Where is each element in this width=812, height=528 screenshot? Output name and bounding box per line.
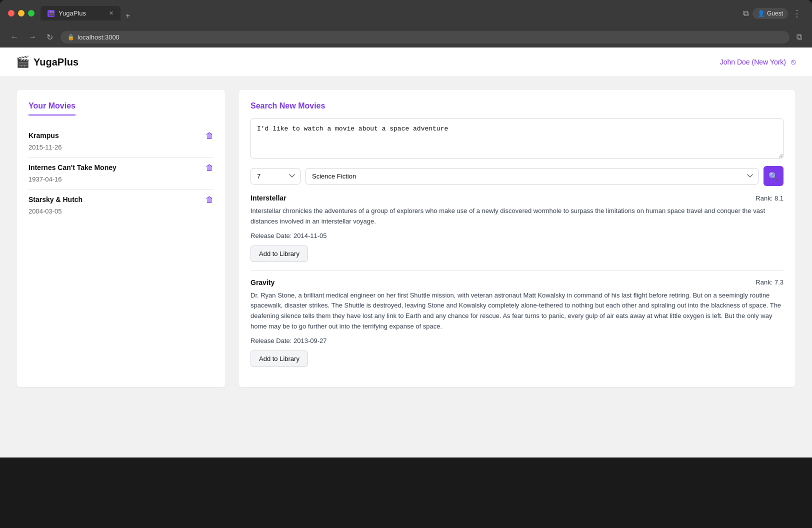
- refresh-button[interactable]: ↻: [44, 32, 56, 43]
- movie-date: 1937-04-16: [28, 176, 214, 183]
- result-description: Interstellar chronicles the adventures o…: [250, 206, 784, 227]
- add-to-library-button[interactable]: Add to Library: [250, 246, 308, 262]
- your-movies-title: Your Movies: [28, 102, 76, 116]
- delete-button[interactable]: 🗑: [206, 132, 214, 140]
- your-movies-panel: Your Movies Krampus 🗑 2015-11-26 Interne…: [16, 89, 226, 388]
- back-button[interactable]: ←: [8, 32, 21, 42]
- movie-title: Internes Can't Take Money: [28, 164, 116, 172]
- result-rank: Rank: 8.1: [756, 194, 784, 202]
- tab-title: YugaPlus: [58, 10, 86, 17]
- number-select[interactable]: 7 5 10 15 20: [250, 168, 300, 184]
- tab-favicon: 🎬: [48, 10, 54, 17]
- movie-date: 2004-03-05: [28, 208, 214, 215]
- app-logo: 🎬 YugaPlus: [16, 56, 78, 68]
- browser-menu-button[interactable]: ⋮: [790, 7, 804, 20]
- minimize-button[interactable]: [18, 10, 24, 16]
- search-button[interactable]: 🔍: [764, 166, 784, 186]
- movie-date: 2015-11-26: [28, 144, 214, 151]
- search-icon: 🔍: [768, 172, 778, 181]
- search-result-gravity: Gravity Rank: 7.3 Dr. Ryan Stone, a bril…: [250, 270, 784, 375]
- movie-title: Starsky & Hutch: [28, 196, 82, 204]
- result-description: Dr. Ryan Stone, a brilliant medical engi…: [250, 290, 784, 332]
- browser-tab[interactable]: 🎬 YugaPlus ✕: [40, 6, 120, 20]
- add-to-library-button[interactable]: Add to Library: [250, 350, 308, 367]
- close-button[interactable]: [8, 10, 14, 16]
- delete-button[interactable]: 🗑: [206, 164, 214, 172]
- forward-button[interactable]: →: [26, 32, 39, 42]
- list-item: Krampus 🗑 2015-11-26: [28, 126, 214, 158]
- search-result-interstellar: Interstellar Rank: 8.1 Interstellar chro…: [250, 186, 784, 270]
- profile-label: Guest: [767, 10, 783, 17]
- logo-text: YugaPlus: [34, 56, 78, 68]
- result-release-date: Release Date: 2013-09-27: [250, 337, 784, 344]
- extensions-button[interactable]: ⧉: [794, 30, 804, 44]
- search-textarea[interactable]: I'd like to watch a movie about a space …: [250, 118, 784, 158]
- result-title: Gravity: [250, 278, 274, 286]
- delete-button[interactable]: 🗑: [206, 196, 214, 204]
- result-rank: Rank: 7.3: [756, 278, 784, 286]
- genre-select[interactable]: Science Fiction Action Comedy Drama Horr…: [306, 168, 758, 184]
- list-item: Starsky & Hutch 🗑 2004-03-05: [28, 190, 214, 221]
- lock-icon: 🔒: [68, 34, 74, 40]
- search-panel-title: Search New Movies: [250, 102, 784, 110]
- url-text: localhost:3000: [78, 34, 120, 41]
- search-movies-panel: Search New Movies I'd like to watch a mo…: [238, 89, 796, 388]
- maximize-button[interactable]: [28, 10, 34, 16]
- profile-button[interactable]: 👤 Guest: [752, 8, 788, 19]
- tab-close-button[interactable]: ✕: [109, 10, 114, 16]
- logout-icon[interactable]: ⎋: [791, 58, 796, 66]
- movie-title: Krampus: [28, 132, 59, 140]
- result-title: Interstellar: [250, 194, 286, 202]
- user-label[interactable]: John Doe (New York): [720, 58, 786, 66]
- logo-icon: 🎬: [16, 56, 30, 68]
- profile-icon: 👤: [758, 10, 765, 17]
- list-item: Internes Can't Take Money 🗑 1937-04-16: [28, 158, 214, 190]
- result-release-date: Release Date: 2014-11-05: [250, 232, 784, 240]
- address-bar[interactable]: 🔒 localhost:3000: [60, 31, 790, 44]
- new-tab-button[interactable]: +: [126, 12, 130, 20]
- sidebar-toggle-button[interactable]: ⧉: [741, 7, 750, 20]
